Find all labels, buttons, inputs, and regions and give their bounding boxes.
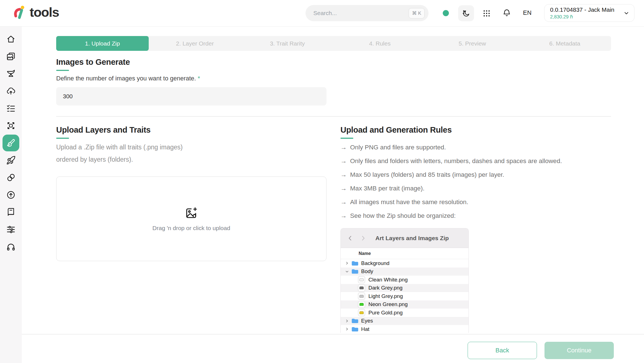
rule-text: Only files and folders with letters, num… bbox=[350, 157, 562, 165]
entry-name: Pure Gold.png bbox=[368, 310, 403, 316]
sidebar-item-gallery[interactable] bbox=[0, 48, 22, 65]
generate-section-title: Images to Generate bbox=[56, 58, 130, 67]
sidebar-item-focus[interactable] bbox=[0, 117, 22, 134]
finder-row-file: Light Grey.png bbox=[341, 292, 468, 300]
rules-section-title: Upload and Generation Rules bbox=[340, 125, 452, 135]
generate-title-block: Images to Generate bbox=[56, 58, 130, 71]
continue-button[interactable]: Continue bbox=[544, 342, 614, 359]
apps-menu-button[interactable] bbox=[480, 7, 493, 20]
folder-icon bbox=[351, 261, 359, 266]
sidebar-item-checklist[interactable] bbox=[0, 100, 22, 117]
account-texts: 0.0.1704837 - Jack Main 2,830.29 ℏ bbox=[550, 6, 623, 20]
finder-row-folder: Background bbox=[341, 259, 468, 268]
step-metadata[interactable]: 6. Metadata bbox=[518, 36, 611, 51]
zip-structure-example: Art Layers and Images Zip Name Backgroun… bbox=[340, 228, 469, 333]
sidebar-item-support[interactable] bbox=[0, 238, 22, 255]
chevron-right-icon bbox=[345, 327, 349, 331]
bell-icon bbox=[502, 9, 511, 18]
sidebar-item-home[interactable] bbox=[0, 30, 22, 48]
logo-text: tools bbox=[30, 4, 59, 20]
arrow-bullet: → bbox=[340, 185, 347, 192]
chevron-right-icon bbox=[360, 235, 366, 242]
sidebar-nav bbox=[0, 27, 22, 363]
sidebar-item-settings[interactable] bbox=[0, 221, 22, 238]
step-trait-rarity[interactable]: 3. Trait Rarity bbox=[241, 36, 334, 51]
account-name: 0.0.1704837 - Jack Main bbox=[550, 6, 623, 13]
generate-count-label: Define the number of images you want to … bbox=[56, 75, 200, 82]
step-layer-order[interactable]: 2. Layer Order bbox=[149, 36, 241, 51]
entry-name: Dark Grey.png bbox=[368, 285, 402, 291]
moon-icon bbox=[462, 9, 471, 18]
account-chip[interactable]: 0.0.1704837 - Jack Main 2,830.29 ℏ bbox=[544, 4, 634, 22]
dropzone-label: Drag 'n drop or click to upload bbox=[152, 225, 230, 231]
entry-name: Eyes bbox=[361, 318, 373, 324]
sidebar-item-anvil[interactable] bbox=[0, 65, 22, 82]
arrow-bullet: → bbox=[340, 199, 347, 206]
notifications-button[interactable] bbox=[500, 7, 513, 20]
chevron-down-icon bbox=[345, 270, 349, 273]
sliders-icon bbox=[6, 225, 16, 234]
app-screen: tools ⌘ K bbox=[0, 0, 644, 363]
rule-item: → Only files and folders with letters, n… bbox=[340, 154, 620, 168]
rule-text: Max 3MB per trait (image). bbox=[350, 185, 425, 192]
zip-dropzone[interactable]: Drag 'n drop or click to upload bbox=[56, 176, 326, 261]
wizard-stepper: 1. Upload Zip 2. Layer Order 3. Trait Ra… bbox=[56, 36, 611, 51]
dark-mode-toggle[interactable] bbox=[458, 5, 474, 21]
search-input[interactable] bbox=[313, 9, 409, 17]
finder-row-file: Dark Grey.png bbox=[341, 284, 468, 292]
app-logo[interactable]: tools bbox=[12, 4, 59, 20]
rule-text: Only PNG and files are supported. bbox=[350, 144, 446, 151]
search-bar[interactable]: ⌘ K bbox=[306, 5, 428, 21]
rules-title-block: Upload and Generation Rules bbox=[340, 125, 452, 139]
network-status-dot[interactable] bbox=[443, 10, 449, 16]
sidebar-item-rocket[interactable] bbox=[0, 152, 22, 169]
cloud-upload-icon bbox=[6, 86, 16, 96]
anvil-icon bbox=[6, 69, 16, 78]
home-icon bbox=[6, 34, 16, 44]
sidebar-item-upload[interactable] bbox=[0, 186, 22, 204]
circles-icon bbox=[6, 173, 16, 182]
language-selector[interactable]: EN bbox=[523, 9, 532, 16]
chevron-left-icon bbox=[347, 235, 354, 242]
title-underline bbox=[56, 138, 69, 139]
book-icon bbox=[6, 207, 16, 217]
finder-row-file: Pure Gold.png bbox=[341, 309, 468, 317]
section-divider bbox=[56, 116, 611, 117]
image-thumbnail bbox=[358, 301, 365, 308]
chevron-down-icon bbox=[623, 10, 630, 16]
sidebar-item-docs[interactable] bbox=[0, 204, 22, 221]
focus-icon bbox=[6, 121, 16, 130]
checklist-icon bbox=[6, 104, 16, 113]
image-thumbnail bbox=[358, 293, 365, 300]
step-upload-zip[interactable]: 1. Upload Zip bbox=[56, 36, 149, 51]
folder-icon bbox=[351, 318, 359, 324]
rule-item: → All images must have the same resoluti… bbox=[340, 195, 620, 209]
rule-item: → Max 50 layers (folders) and 85 traits … bbox=[340, 168, 620, 182]
rule-item: → Max 3MB per trait (image). bbox=[340, 182, 620, 195]
entry-name: Clean White.png bbox=[368, 277, 408, 283]
rules-list: → Only PNG and files are supported. → On… bbox=[340, 140, 620, 223]
sidebar-item-tokens[interactable] bbox=[0, 169, 22, 186]
topbar: tools ⌘ K bbox=[0, 0, 644, 27]
finder-window-title: Art Layers and Images Zip bbox=[375, 235, 449, 242]
rule-item: → Only PNG and files are supported. bbox=[340, 140, 620, 154]
sidebar-item-cloud-upload[interactable] bbox=[0, 82, 22, 100]
image-plus-icon bbox=[185, 206, 198, 220]
account-balance: 2,830.29 ℏ bbox=[550, 14, 623, 20]
upload-section-title: Upload Layers and Traits bbox=[56, 125, 151, 135]
image-thumbnail bbox=[358, 285, 365, 292]
grid-icon bbox=[482, 9, 491, 18]
chevron-right-icon bbox=[345, 261, 349, 265]
arrow-up-circle-icon bbox=[6, 190, 16, 200]
rule-item: → See how the Zip should be organized: bbox=[340, 209, 620, 223]
entry-name: Background bbox=[361, 260, 389, 266]
back-button[interactable]: Back bbox=[468, 342, 537, 359]
step-rules[interactable]: 4. Rules bbox=[333, 36, 426, 51]
image-count-input[interactable] bbox=[56, 87, 326, 106]
folder-icon bbox=[351, 326, 359, 332]
required-asterisk: * bbox=[198, 75, 200, 82]
rule-text: All images must have the same resolution… bbox=[350, 199, 468, 206]
entry-name: Body bbox=[361, 268, 373, 274]
step-preview[interactable]: 5. Preview bbox=[426, 36, 518, 51]
sidebar-item-generator[interactable] bbox=[0, 134, 22, 152]
